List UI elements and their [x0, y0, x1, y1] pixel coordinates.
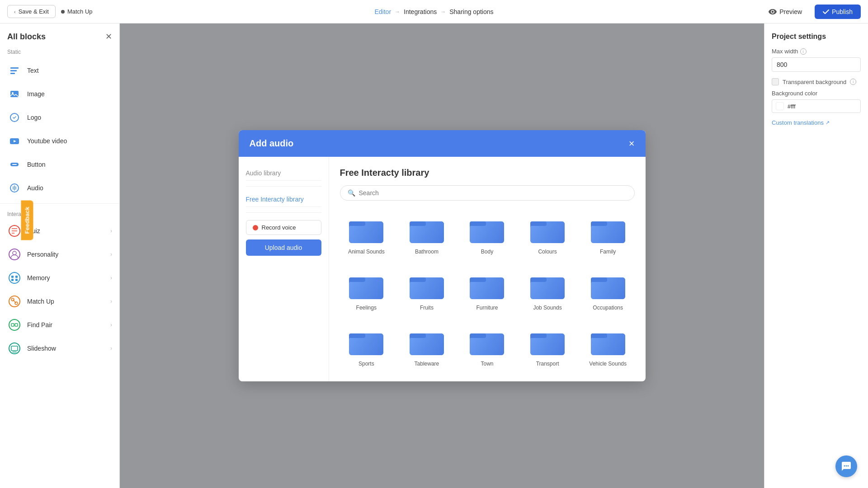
sidebar-close-button[interactable]: ✕: [105, 32, 112, 42]
back-arrow-icon: ‹: [14, 9, 16, 14]
audio-library-tab[interactable]: Audio library: [246, 166, 321, 181]
button-label: Button: [27, 161, 112, 168]
folder-item[interactable]: Occupations: [581, 266, 635, 314]
folder-item[interactable]: Vehicle Sounds: [581, 322, 635, 371]
sidebar-header: All blocks ✕: [0, 23, 119, 47]
folder-item[interactable]: Family: [581, 210, 635, 258]
folder-item[interactable]: Furniture: [461, 266, 514, 314]
publish-label: Publish: [832, 8, 853, 15]
svg-rect-20: [11, 279, 14, 281]
nav-breadcrumb: Editor → Integrations → Sharing options: [374, 8, 493, 15]
folder-item[interactable]: Fruits: [400, 266, 453, 314]
folder-item[interactable]: Body: [461, 210, 514, 258]
folder-label: Town: [481, 361, 493, 367]
modal-sidebar-divider-2: [246, 212, 321, 213]
folder-item[interactable]: Sports: [340, 322, 393, 371]
personality-icon: [7, 247, 22, 262]
bg-color-input[interactable]: #fff: [772, 99, 861, 113]
matchup-icon: [7, 294, 22, 309]
svg-rect-73: [530, 333, 547, 338]
add-audio-modal: Add audio × Audio library Free Interacty…: [239, 130, 646, 381]
sidebar-item-quiz[interactable]: Quiz ›: [0, 219, 119, 243]
svg-rect-52: [410, 277, 426, 282]
sidebar-item-image[interactable]: Image: [0, 82, 119, 106]
nav-integrations[interactable]: Integrations: [404, 8, 437, 15]
modal-overlay: Add audio × Audio library Free Interacty…: [120, 23, 764, 488]
publish-button[interactable]: Publish: [815, 5, 861, 19]
modal-title: Add audio: [250, 138, 294, 149]
sidebar-item-personality[interactable]: Personality ›: [0, 243, 119, 266]
transparent-bg-label: Transparent background: [783, 79, 846, 85]
sidebar-item-memory[interactable]: Memory ›: [0, 266, 119, 290]
transparent-bg-checkbox[interactable]: [772, 78, 779, 85]
current-page-label: Match Up: [67, 8, 93, 15]
folder-item[interactable]: Colours: [521, 210, 574, 258]
svg-rect-1: [10, 70, 17, 71]
folder-grid: Animal Sounds Bathroom: [340, 210, 635, 371]
folder-item[interactable]: Job Sounds: [521, 266, 574, 314]
folder-item[interactable]: Animal Sounds: [340, 210, 393, 258]
folder-item[interactable]: Transport: [521, 322, 574, 371]
folder-label: Family: [600, 249, 616, 255]
custom-translations-link[interactable]: Custom translations ↗: [772, 119, 861, 126]
sidebar-item-button[interactable]: Button: [0, 153, 119, 176]
folder-label: Bathroom: [415, 249, 439, 255]
sidebar-item-slideshow[interactable]: Slideshow ›: [0, 337, 119, 360]
svg-rect-49: [349, 277, 365, 282]
interactive-section-label: Interactive: [0, 207, 119, 219]
personality-chevron: ›: [110, 251, 112, 258]
record-voice-button[interactable]: Record voice: [246, 220, 321, 235]
text-label: Text: [27, 67, 112, 74]
folder-label: Tableware: [415, 361, 439, 367]
sidebar-item-youtube[interactable]: Youtube video: [0, 129, 119, 153]
svg-rect-2: [10, 73, 15, 74]
checkmark-icon: [823, 9, 829, 14]
sidebar-item-logo[interactable]: Logo: [0, 106, 119, 129]
findpair-icon: [7, 318, 22, 332]
sidebar-item-text[interactable]: Text: [0, 59, 119, 82]
nav-sharing[interactable]: Sharing options: [449, 8, 493, 15]
svg-rect-58: [530, 277, 547, 282]
svg-rect-18: [11, 276, 14, 278]
topbar: ‹ Save & Exit Match Up Editor → Integrat…: [0, 0, 868, 23]
folder-icon: [529, 213, 566, 245]
slideshow-icon: [7, 341, 22, 356]
folder-item[interactable]: Town: [461, 322, 514, 371]
left-sidebar: All blocks ✕ Static Text Image Logo: [0, 23, 120, 488]
svg-point-77: [844, 465, 845, 467]
sidebar-item-audio[interactable]: Audio: [0, 176, 119, 200]
svg-rect-37: [410, 221, 426, 226]
folder-label: Body: [481, 249, 493, 255]
folder-icon: [409, 325, 445, 357]
svg-rect-46: [591, 221, 607, 226]
feedback-tab[interactable]: Feedback: [21, 201, 33, 240]
folder-icon: [348, 269, 384, 301]
folder-icon: [469, 269, 505, 301]
chat-button[interactable]: [835, 455, 857, 477]
max-width-input[interactable]: [772, 57, 861, 72]
folder-item[interactable]: Bathroom: [400, 210, 453, 258]
nav-editor[interactable]: Editor: [374, 8, 391, 15]
folder-label: Transport: [536, 361, 559, 367]
preview-button[interactable]: Preview: [761, 5, 809, 18]
sidebar-item-findpair[interactable]: Find Pair ›: [0, 313, 119, 337]
sidebar-item-matchup[interactable]: Match Up ›: [0, 290, 119, 313]
folder-label: Animal Sounds: [348, 249, 385, 255]
right-sidebar: Project settings Max width i Transparent…: [764, 23, 868, 488]
modal-close-button[interactable]: ×: [629, 139, 635, 149]
modal-sidebar-divider: [246, 186, 321, 187]
quiz-label: Quiz: [27, 227, 105, 235]
modal-body: Audio library Free Interacty library Rec…: [239, 157, 646, 381]
save-exit-button[interactable]: ‹ Save & Exit: [7, 5, 56, 18]
folder-item[interactable]: Feelings: [340, 266, 393, 314]
folder-icon: [529, 269, 566, 301]
search-input[interactable]: [359, 189, 627, 197]
free-library-tab[interactable]: Free Interacty library: [246, 192, 321, 207]
folder-icon: [409, 269, 445, 301]
svg-rect-61: [591, 277, 607, 282]
chat-icon: [841, 461, 852, 472]
image-label: Image: [27, 90, 112, 98]
transparent-bg-row: Transparent background i: [772, 78, 861, 85]
folder-item[interactable]: Tableware: [400, 322, 453, 371]
upload-audio-button[interactable]: Upload audio: [246, 239, 321, 256]
